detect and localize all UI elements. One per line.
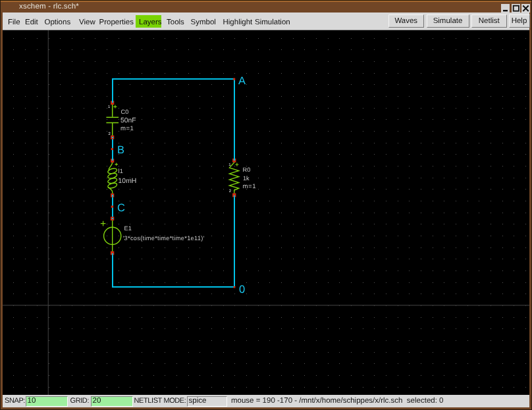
svg-text:50nF: 50nF (120, 117, 136, 124)
svg-text:l1: l1 (119, 168, 123, 174)
svg-text:2: 2 (229, 189, 232, 193)
svg-text:m=1: m=1 (120, 125, 134, 132)
svg-text:2: 2 (108, 132, 111, 136)
svg-text:1k: 1k (243, 175, 250, 182)
svg-text:R0: R0 (243, 167, 251, 173)
svg-text:C0: C0 (121, 109, 129, 115)
svg-text:m=1: m=1 (243, 183, 257, 190)
svg-text:C: C (117, 202, 125, 214)
svg-text:A: A (238, 75, 246, 87)
svg-text:B: B (117, 144, 124, 156)
svg-text:E1: E1 (124, 225, 132, 232)
svg-text:10mH: 10mH (119, 178, 137, 185)
svg-text:'3*cos(time*time*time*1e11)': '3*cos(time*time*time*1e11)' (123, 235, 205, 242)
svg-text:0: 0 (239, 284, 245, 295)
svg-text:1: 1 (108, 105, 111, 109)
